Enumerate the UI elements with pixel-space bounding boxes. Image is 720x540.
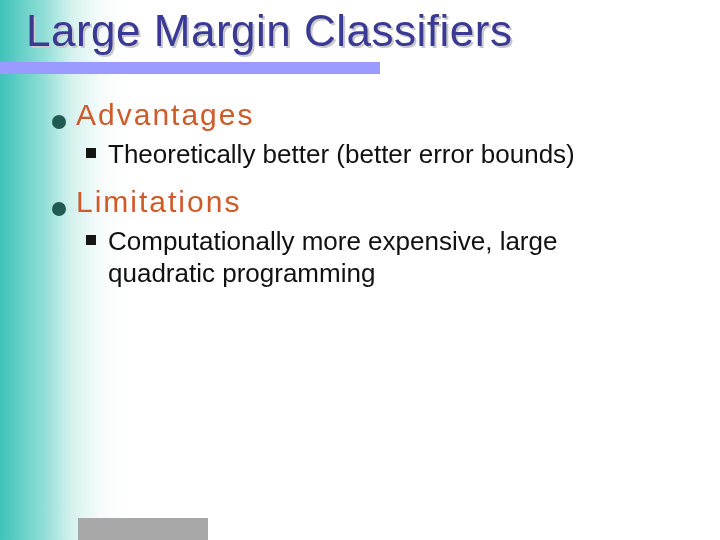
slide-content: Advantages Theoretically better (better … bbox=[52, 92, 700, 304]
square-bullet-icon bbox=[86, 148, 96, 158]
list-item: Computationally more expensive, large qu… bbox=[86, 225, 700, 290]
section-heading-limitations: Limitations bbox=[52, 185, 700, 219]
square-bullet-icon bbox=[86, 235, 96, 245]
slide-title: Large Margin Classifiers bbox=[26, 6, 512, 56]
section-heading-text: Advantages bbox=[76, 98, 254, 132]
footer-accent-bar bbox=[78, 518, 208, 540]
disc-bullet-icon bbox=[52, 115, 66, 129]
list-item-text: Computationally more expensive, large qu… bbox=[108, 225, 668, 290]
section-heading-advantages: Advantages bbox=[52, 98, 700, 132]
slide: Large Margin Classifiers Advantages Theo… bbox=[0, 0, 720, 540]
list-item-text: Theoretically better (better error bound… bbox=[108, 138, 575, 171]
disc-bullet-icon bbox=[52, 202, 66, 216]
section-heading-text: Limitations bbox=[76, 185, 241, 219]
list-item: Theoretically better (better error bound… bbox=[86, 138, 700, 171]
title-underline bbox=[0, 62, 380, 74]
